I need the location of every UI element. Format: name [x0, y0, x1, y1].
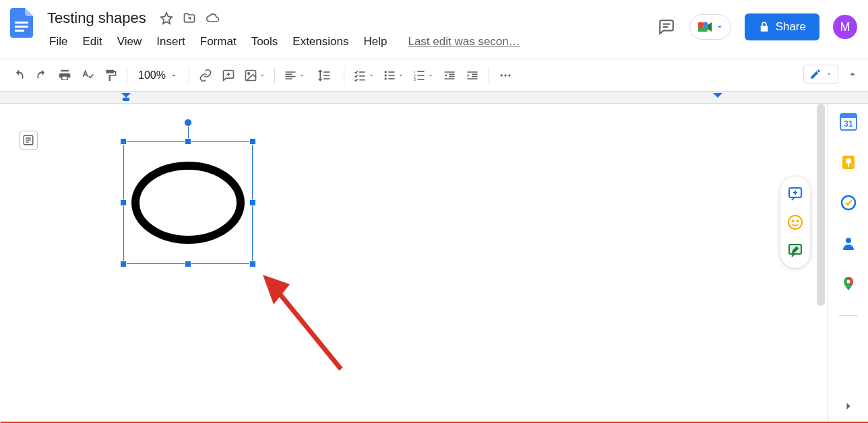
increase-indent-button[interactable]: [462, 65, 483, 86]
menu-bar: File Edit View Insert Format Tools Exten…: [43, 32, 520, 51]
svg-text:3: 3: [414, 77, 416, 82]
document-outline-button[interactable]: [19, 131, 38, 150]
checklist-button[interactable]: [350, 65, 378, 86]
rotation-handle[interactable]: [184, 119, 192, 127]
zoom-control[interactable]: 100%: [133, 69, 183, 82]
pencil-icon: [809, 68, 822, 80]
svg-point-46: [793, 220, 794, 222]
menu-format[interactable]: Format: [194, 32, 243, 51]
svg-point-32: [504, 74, 506, 76]
tasks-icon[interactable]: [840, 194, 857, 212]
svg-line-40: [276, 290, 341, 369]
svg-point-20: [384, 74, 386, 76]
resize-handle-se[interactable]: [249, 261, 256, 267]
numbered-list-button[interactable]: 123: [409, 65, 437, 86]
resize-handle-n[interactable]: [185, 138, 191, 145]
zoom-value: 100%: [138, 69, 166, 82]
resize-handle-ne[interactable]: [249, 138, 256, 145]
svg-rect-0: [15, 22, 28, 24]
keep-icon[interactable]: [840, 154, 857, 171]
resize-handle-nw[interactable]: [120, 138, 127, 145]
spellcheck-button[interactable]: [77, 65, 98, 86]
menu-help[interactable]: Help: [357, 32, 393, 51]
insert-link-button[interactable]: [195, 65, 216, 86]
toolbar: 100% 123: [0, 59, 868, 92]
caret-down-icon: [826, 71, 832, 77]
print-button[interactable]: [54, 65, 75, 86]
contacts-icon[interactable]: [840, 234, 857, 252]
menu-insert[interactable]: Insert: [150, 32, 191, 51]
caret-down-icon: [716, 23, 724, 31]
separator: [189, 67, 189, 84]
svg-point-21: [384, 77, 386, 79]
resize-handle-e[interactable]: [249, 199, 256, 206]
svg-point-47: [797, 220, 799, 222]
selected-shape[interactable]: [123, 141, 253, 264]
svg-point-57: [846, 280, 850, 284]
star-icon[interactable]: [160, 11, 173, 25]
separator: [274, 67, 275, 84]
redo-button[interactable]: [31, 65, 53, 86]
decrease-indent-button[interactable]: [439, 65, 460, 86]
caret-down-icon: [259, 72, 266, 79]
indent-marker-right-icon[interactable]: [713, 93, 722, 102]
vertical-scrollbar[interactable]: [817, 104, 825, 306]
insert-image-button[interactable]: [241, 65, 269, 86]
collapse-toolbar-button[interactable]: [845, 67, 860, 82]
share-button[interactable]: Share: [745, 13, 819, 40]
undo-button[interactable]: [8, 65, 30, 86]
svg-point-56: [846, 238, 851, 243]
ruler[interactable]: [0, 92, 868, 104]
meet-button[interactable]: [689, 14, 731, 40]
caret-down-icon: [299, 72, 305, 79]
add-comment-icon[interactable]: [787, 186, 803, 202]
maps-icon[interactable]: [840, 275, 857, 292]
document-title[interactable]: Testing shapes: [43, 8, 150, 28]
svg-rect-7: [698, 27, 708, 32]
paint-format-button[interactable]: [100, 65, 121, 86]
svg-point-33: [508, 74, 510, 76]
bulleted-list-button[interactable]: [379, 65, 408, 86]
align-button[interactable]: [280, 65, 309, 86]
line-spacing-button[interactable]: [310, 65, 338, 86]
menu-view[interactable]: View: [111, 32, 148, 51]
menu-file[interactable]: File: [43, 32, 73, 51]
svg-point-31: [500, 74, 502, 76]
svg-rect-54: [848, 164, 849, 167]
resize-handle-s[interactable]: [185, 261, 191, 267]
emoji-icon[interactable]: [787, 214, 803, 230]
editing-mode-button[interactable]: [803, 65, 838, 84]
svg-point-53: [846, 158, 851, 164]
svg-rect-8: [703, 22, 708, 27]
move-to-folder-icon[interactable]: [183, 11, 196, 25]
docs-logo-icon[interactable]: [8, 9, 35, 36]
resize-handle-w[interactable]: [120, 199, 127, 206]
svg-point-19: [384, 71, 386, 73]
separator: [839, 315, 858, 316]
add-comment-button[interactable]: [218, 65, 239, 86]
last-edit-link[interactable]: Last edit was secon…: [408, 35, 520, 48]
separator: [344, 67, 344, 84]
svg-rect-29: [417, 75, 424, 76]
show-side-panel-button[interactable]: [840, 397, 857, 415]
indent-marker-left-icon[interactable]: [121, 93, 131, 102]
calendar-icon[interactable]: 31: [840, 113, 857, 131]
cloud-status-icon[interactable]: [206, 11, 219, 25]
menu-tools[interactable]: Tools: [245, 32, 284, 51]
more-button[interactable]: [495, 65, 516, 86]
svg-rect-2: [15, 30, 24, 32]
menu-extensions[interactable]: Extensions: [286, 32, 354, 51]
suggest-edit-icon[interactable]: [787, 242, 803, 259]
ellipse-shape-icon[interactable]: [131, 162, 245, 244]
svg-point-39: [135, 166, 241, 240]
svg-rect-30: [417, 79, 424, 80]
svg-rect-22: [388, 71, 394, 73]
comment-history-icon[interactable]: [657, 18, 676, 36]
resize-handle-sw[interactable]: [120, 261, 127, 267]
account-avatar[interactable]: M: [833, 15, 857, 39]
svg-rect-1: [15, 26, 28, 28]
document-canvas[interactable]: [0, 104, 828, 423]
menu-edit[interactable]: Edit: [76, 32, 108, 51]
lock-icon: [758, 21, 770, 33]
caret-down-icon: [170, 71, 178, 79]
